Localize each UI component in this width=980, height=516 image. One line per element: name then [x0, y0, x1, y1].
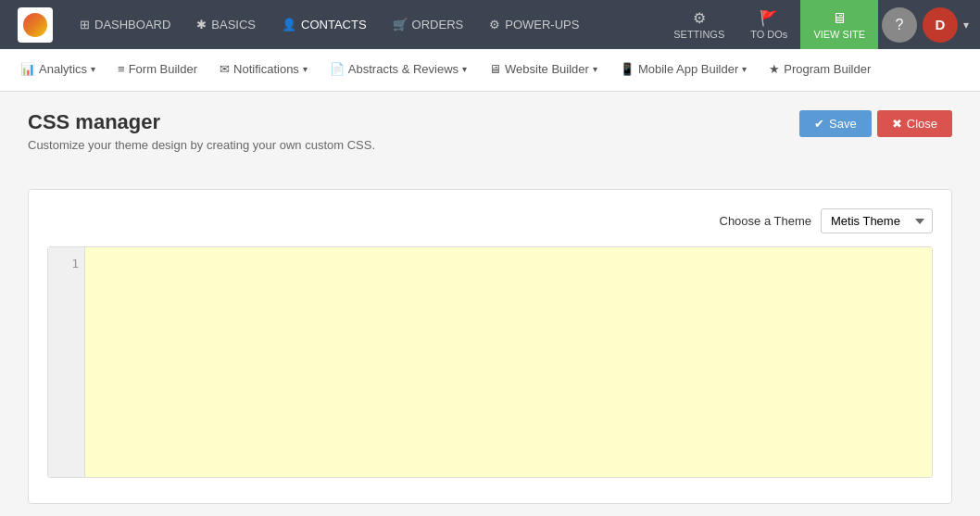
contacts-icon: 👤 — [282, 18, 296, 31]
logo-box — [18, 7, 53, 43]
nav-orders-label: ORDERS — [412, 18, 464, 31]
abstracts-label: Abstracts & Reviews — [348, 62, 459, 76]
websitebuilder-icon: 🖥 — [489, 62, 501, 76]
nav-items: ⊞ DASHBOARD ✱ BASICS 👤 CONTACTS 🛒 ORDERS… — [67, 0, 660, 49]
main-content: CSS manager Customize your theme design … — [0, 92, 980, 516]
websitebuilder-label: Website Builder — [505, 62, 589, 76]
nav-settings[interactable]: ⚙ SETTINGS — [660, 0, 737, 49]
viewsite-label: VIEW SITE — [813, 29, 865, 40]
powerups-icon: ⚙ — [489, 18, 500, 31]
nav-contacts-label: CONTACTS — [301, 18, 367, 31]
notifications-caret-icon: ▾ — [303, 64, 308, 74]
analytics-icon: 📊 — [20, 62, 35, 76]
subnav-program[interactable]: ★ Program Builder — [758, 49, 882, 92]
notifications-label: Notifications — [233, 62, 299, 76]
analytics-caret-icon: ▾ — [91, 64, 95, 74]
save-label: Save — [829, 117, 857, 131]
formbuilder-icon: ≡ — [118, 62, 125, 76]
nav-right: ⚙ SETTINGS 🚩 TO DOs 🖥 VIEW SITE ? D ▾ — [660, 0, 973, 49]
help-button[interactable]: ? — [882, 7, 917, 43]
analytics-label: Analytics — [39, 62, 87, 76]
logo-area[interactable] — [7, 7, 63, 43]
close-x-icon: ✖ — [892, 117, 902, 131]
user-caret-icon[interactable]: ▾ — [960, 19, 973, 31]
nav-powerups-label: POWER-UPs — [505, 18, 579, 31]
theme-selector-row: Choose a Theme Metis Theme Apollo Theme … — [47, 208, 933, 233]
help-icon: ? — [896, 17, 904, 33]
nav-todos[interactable]: 🚩 TO DOs — [737, 0, 800, 49]
line-number-1: 1 — [54, 255, 79, 274]
top-nav: ⊞ DASHBOARD ✱ BASICS 👤 CONTACTS 🛒 ORDERS… — [0, 0, 980, 49]
save-check-icon: ✔ — [814, 117, 824, 131]
nav-dashboard-label: DASHBOARD — [94, 18, 170, 31]
mobileapp-icon: 📱 — [620, 62, 634, 76]
mobileapp-label: Mobile App Builder — [638, 62, 738, 76]
nav-item-basics[interactable]: ✱ BASICS — [183, 0, 269, 49]
program-icon: ★ — [769, 62, 780, 76]
viewsite-icon: 🖥 — [832, 10, 847, 27]
abstracts-caret-icon: ▾ — [462, 64, 467, 74]
theme-selector[interactable]: Metis Theme Apollo Theme Zeus Theme — [821, 208, 933, 233]
settings-label: SETTINGS — [673, 29, 724, 40]
user-initial: D — [936, 17, 946, 32]
basics-icon: ✱ — [196, 18, 207, 31]
todos-label: TO DOs — [750, 29, 787, 40]
settings-icon: ⚙ — [693, 9, 706, 27]
nav-basics-label: BASICS — [211, 18, 256, 31]
orders-icon: 🛒 — [393, 18, 408, 31]
subnav-notifications[interactable]: ✉ Notifications ▾ — [208, 49, 319, 92]
abstracts-icon: 📄 — [330, 62, 345, 76]
subnav-analytics[interactable]: 📊 Analytics ▾ — [9, 49, 107, 92]
mobileapp-caret-icon: ▾ — [742, 64, 747, 74]
page-title: CSS manager — [28, 110, 375, 134]
page-header: CSS manager Customize your theme design … — [28, 110, 375, 170]
nav-viewsite[interactable]: 🖥 VIEW SITE — [800, 0, 878, 49]
sub-nav: 📊 Analytics ▾ ≡ Form Builder ✉ Notificat… — [0, 49, 980, 92]
subnav-websitebuilder[interactable]: 🖥 Website Builder ▾ — [478, 49, 609, 92]
save-button[interactable]: ✔ Save — [799, 110, 872, 137]
line-numbers: 1 — [48, 247, 85, 477]
websitebuilder-caret-icon: ▾ — [593, 64, 597, 74]
subnav-mobileapp[interactable]: 📱 Mobile App Builder ▾ — [609, 49, 758, 92]
formbuilder-label: Form Builder — [129, 62, 197, 76]
close-label: Close — [907, 117, 937, 131]
code-editor-wrapper: 1 — [47, 246, 933, 478]
dashboard-icon: ⊞ — [80, 18, 90, 31]
notifications-icon: ✉ — [220, 62, 230, 76]
program-label: Program Builder — [784, 62, 871, 76]
nav-item-contacts[interactable]: 👤 CONTACTS — [269, 0, 380, 49]
user-avatar-button[interactable]: D — [923, 7, 958, 43]
nav-item-powerups[interactable]: ⚙ POWER-UPs — [476, 0, 592, 49]
subnav-formbuilder[interactable]: ≡ Form Builder — [107, 49, 208, 92]
nav-item-dashboard[interactable]: ⊞ DASHBOARD — [67, 0, 183, 49]
logo-icon — [23, 13, 47, 37]
css-editor-textarea[interactable] — [85, 247, 932, 477]
close-button[interactable]: ✖ Close — [877, 110, 952, 137]
editor-container: Choose a Theme Metis Theme Apollo Theme … — [28, 189, 952, 504]
subnav-abstracts[interactable]: 📄 Abstracts & Reviews ▾ — [319, 49, 478, 92]
todos-icon: 🚩 — [760, 9, 778, 27]
page-subtitle: Customize your theme design by creating … — [28, 138, 375, 152]
theme-selector-label: Choose a Theme — [720, 214, 812, 228]
action-buttons: ✔ Save ✖ Close — [799, 110, 952, 137]
title-row: CSS manager Customize your theme design … — [28, 110, 952, 170]
nav-item-orders[interactable]: 🛒 ORDERS — [380, 0, 477, 49]
